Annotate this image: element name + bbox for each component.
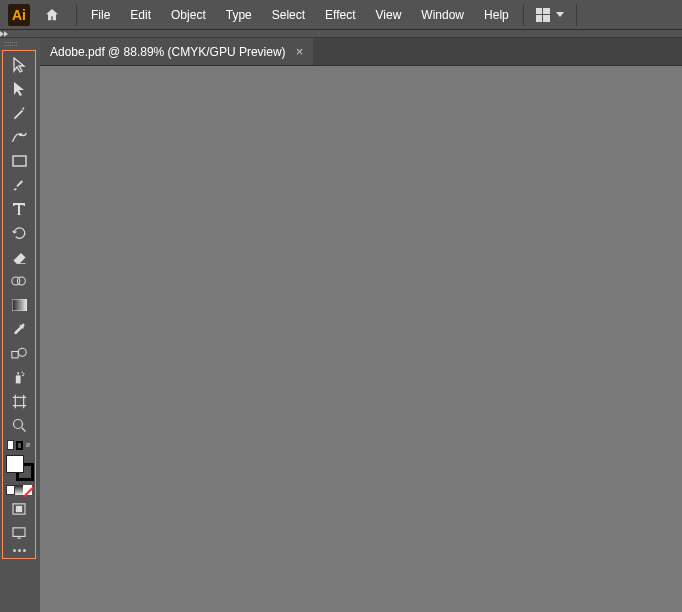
eraser-tool[interactable]	[3, 245, 35, 269]
dot-icon	[13, 549, 16, 552]
rectangle-tool[interactable]	[3, 149, 35, 173]
menu-select[interactable]: Select	[262, 0, 315, 30]
curvature-icon	[11, 130, 27, 144]
menu-bar: Ai File Edit Object Type Select Effect V…	[0, 0, 682, 30]
rectangle-icon	[12, 155, 27, 167]
swap-icon	[25, 440, 31, 450]
type-icon	[12, 202, 26, 216]
screen-mode-icon	[12, 527, 26, 539]
spray-icon	[11, 370, 27, 384]
document-tab-title: Adobe.pdf @ 88.89% (CMYK/GPU Preview)	[50, 45, 286, 59]
artboard-icon	[12, 394, 27, 409]
app-logo: Ai	[8, 4, 30, 26]
fill-swatch[interactable]	[6, 455, 24, 473]
default-fill-icon	[7, 440, 14, 450]
svg-point-9	[22, 375, 24, 377]
blend-tool[interactable]	[3, 341, 35, 365]
svg-rect-10	[15, 397, 23, 405]
work-area: :::::::	[0, 38, 682, 612]
svg-point-7	[21, 371, 23, 373]
screen-mode-button[interactable]	[3, 521, 35, 545]
direct-selection-tool[interactable]	[3, 77, 35, 101]
blend-icon	[11, 347, 27, 360]
menu-window[interactable]: Window	[411, 0, 474, 30]
color-mode-row	[3, 483, 35, 497]
menu-file[interactable]: File	[81, 0, 120, 30]
tools-panel	[2, 50, 36, 559]
default-stroke-icon	[16, 441, 23, 450]
fill-stroke-control[interactable]	[4, 455, 34, 481]
document-tab-bar: Adobe.pdf @ 88.89% (CMYK/GPU Preview) ×	[40, 38, 682, 66]
eyedropper-tool[interactable]	[3, 317, 35, 341]
zoom-tool[interactable]	[3, 413, 35, 437]
brush-icon	[11, 177, 27, 193]
type-tool[interactable]	[3, 197, 35, 221]
workspace-icon	[536, 8, 550, 22]
svg-rect-5	[12, 351, 18, 357]
menu-view[interactable]: View	[366, 0, 412, 30]
canvas-area[interactable]	[40, 66, 682, 612]
svg-rect-13	[16, 506, 21, 511]
pen-tool[interactable]	[3, 101, 35, 125]
svg-point-0	[20, 134, 22, 136]
none-mode-button[interactable]	[23, 485, 32, 495]
svg-point-11	[13, 419, 22, 428]
panel-expand-strip[interactable]	[0, 30, 682, 38]
paintbrush-tool[interactable]	[3, 173, 35, 197]
pen-icon	[12, 106, 27, 121]
svg-point-3	[17, 277, 25, 285]
color-mode-button[interactable]	[6, 485, 15, 495]
svg-rect-1	[13, 156, 26, 166]
tools-column: :::::::	[0, 38, 40, 612]
selection-tool[interactable]	[3, 53, 35, 77]
draw-normal-button[interactable]	[3, 497, 35, 521]
menu-type[interactable]: Type	[216, 0, 262, 30]
rotate-tool[interactable]	[3, 221, 35, 245]
zoom-icon	[12, 418, 27, 433]
artboard-tool[interactable]	[3, 389, 35, 413]
svg-point-6	[18, 348, 26, 356]
close-tab-button[interactable]: ×	[296, 44, 304, 59]
home-icon	[44, 7, 60, 23]
menu-object[interactable]: Object	[161, 0, 216, 30]
svg-rect-4	[12, 299, 27, 311]
gradient-mode-button[interactable]	[15, 485, 24, 495]
workspace-switcher[interactable]	[528, 8, 572, 22]
rotate-icon	[12, 226, 27, 240]
chevron-down-icon	[556, 12, 564, 17]
shape-builder-tool[interactable]	[3, 269, 35, 293]
separator	[576, 4, 577, 26]
draw-normal-icon	[12, 503, 26, 515]
eraser-icon	[12, 251, 27, 264]
edit-toolbar-button[interactable]	[3, 545, 35, 556]
cursor-icon	[12, 57, 26, 73]
shape-builder-icon	[11, 274, 27, 288]
dot-icon	[23, 549, 26, 552]
curvature-tool[interactable]	[3, 125, 35, 149]
cursor-solid-icon	[12, 81, 26, 97]
expand-icon	[4, 31, 8, 37]
document-tab[interactable]: Adobe.pdf @ 88.89% (CMYK/GPU Preview) ×	[40, 38, 313, 65]
svg-point-8	[23, 373, 25, 375]
svg-rect-14	[13, 528, 25, 537]
tools-grip[interactable]: :::::::	[0, 38, 40, 49]
separator	[523, 4, 524, 26]
menu-edit[interactable]: Edit	[120, 0, 161, 30]
eyedropper-icon	[12, 322, 27, 337]
gradient-tool[interactable]	[3, 293, 35, 317]
menu-help[interactable]: Help	[474, 0, 519, 30]
gradient-icon	[12, 299, 27, 311]
symbol-sprayer-tool[interactable]	[3, 365, 35, 389]
menu-effect[interactable]: Effect	[315, 0, 365, 30]
separator	[76, 4, 77, 26]
fill-stroke-swap[interactable]	[3, 437, 35, 453]
dot-icon	[18, 549, 21, 552]
home-button[interactable]	[40, 3, 64, 27]
main-area: Adobe.pdf @ 88.89% (CMYK/GPU Preview) ×	[40, 38, 682, 612]
